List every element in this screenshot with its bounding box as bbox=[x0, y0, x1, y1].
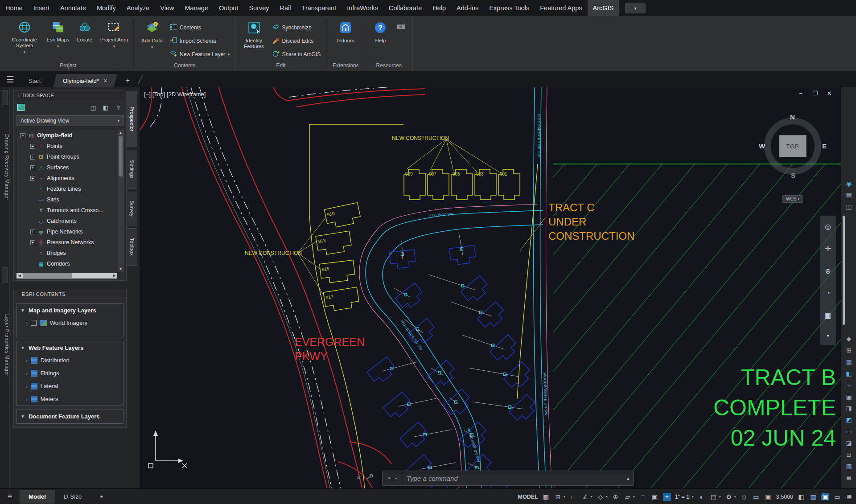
tool-icon[interactable]: ▣ bbox=[841, 393, 856, 400]
minimize-icon[interactable]: − bbox=[797, 90, 804, 97]
viewcube-north[interactable]: N bbox=[790, 113, 795, 121]
tree-item-alignments[interactable]: + ~ Alignments bbox=[17, 173, 117, 184]
scrollbar-thumb[interactable] bbox=[23, 273, 72, 278]
file-tabs-menu-icon[interactable]: ☰ bbox=[0, 71, 21, 87]
annotation-visibility-icon[interactable]: ◐ bbox=[698, 493, 706, 500]
tree-item-catchments[interactable]: ◡ Catchments bbox=[17, 216, 117, 226]
palette-layer-properties-manager[interactable]: Layer Properties Manager bbox=[0, 285, 10, 406]
pan-icon[interactable]: ✛ bbox=[825, 245, 831, 253]
scrollbar-thumb[interactable] bbox=[119, 136, 123, 176]
toolspace-tab-survey[interactable]: Survey bbox=[127, 192, 137, 225]
isodraft-icon[interactable]: ◇ bbox=[597, 493, 605, 500]
customize-wrench-icon[interactable] bbox=[366, 473, 373, 482]
navbar-more-icon[interactable]: ▾ bbox=[827, 333, 829, 338]
close-command-icon[interactable]: ✕ bbox=[357, 475, 361, 481]
new-layout-button[interactable]: + bbox=[91, 490, 112, 504]
expand-icon[interactable]: + bbox=[30, 229, 35, 234]
dynamic-input-icon[interactable]: ＋ bbox=[663, 493, 671, 501]
toolspace-tab-toolbox[interactable]: Toolbox bbox=[127, 228, 137, 266]
tool-icon[interactable]: ◆ bbox=[841, 335, 856, 342]
annotation-scale[interactable]: 1" = 1' bbox=[675, 494, 691, 500]
lineweight-icon[interactable]: ≡ bbox=[639, 493, 647, 500]
tab-infraworks[interactable]: InfraWorks bbox=[342, 0, 383, 16]
help-button[interactable]: ? Help bbox=[369, 19, 392, 44]
orbit-icon[interactable]: ◔ bbox=[826, 289, 830, 297]
chevron-right-icon[interactable]: › bbox=[26, 371, 28, 376]
active-drawing-view-dropdown[interactable]: Active Drawing View▾ bbox=[16, 115, 123, 126]
close-tab-icon[interactable]: ✕ bbox=[103, 78, 107, 84]
map-imagery-header[interactable]: ▼ Map and Imagery Layers bbox=[17, 304, 123, 316]
scroll-left-icon[interactable]: ◀ bbox=[16, 273, 22, 279]
tab-annotate[interactable]: Annotate bbox=[55, 0, 91, 16]
expand-icon[interactable]: + bbox=[30, 155, 35, 160]
layer-row-distribution[interactable]: › Distribution bbox=[17, 354, 123, 367]
share-to-arcgis-button[interactable]: Share to ArcGIS bbox=[271, 49, 323, 59]
tool-icon[interactable]: ≣ bbox=[841, 474, 856, 481]
layers-panel-icon[interactable]: ▤ bbox=[841, 192, 856, 199]
tool-icon[interactable]: ◩ bbox=[841, 416, 856, 423]
quick-properties-icon[interactable]: ▭ bbox=[752, 493, 760, 500]
scroll-down-icon[interactable]: ▼ bbox=[118, 266, 123, 272]
scroll-right-icon[interactable]: ▶ bbox=[111, 273, 117, 279]
document-feature-header[interactable]: ▼ Document Feature Layers bbox=[17, 410, 123, 422]
coordinate-system-button[interactable]: Coordinate System ▾ bbox=[6, 19, 43, 54]
ortho-toggle-icon[interactable]: ∟ bbox=[569, 493, 577, 500]
tree-horizontal-scrollbar[interactable]: ◀ ▶ bbox=[16, 273, 117, 279]
tab-modify[interactable]: Modify bbox=[91, 0, 121, 16]
tool-icon[interactable]: ◨ bbox=[841, 405, 856, 412]
viewport-view-control[interactable]: [Top] bbox=[152, 91, 165, 98]
tab-home[interactable]: Home bbox=[0, 0, 28, 16]
wcs-selector[interactable]: WCS▾ bbox=[782, 195, 803, 203]
layout-menu-icon[interactable]: ≡ bbox=[0, 492, 20, 501]
customization-menu-icon[interactable]: ≣ bbox=[845, 493, 853, 500]
layer-row-meters[interactable]: › Meters bbox=[17, 393, 123, 406]
tab-survey[interactable]: Survey bbox=[243, 0, 274, 16]
autoscale-icon[interactable]: ▤ bbox=[710, 493, 718, 500]
esri-contents-title[interactable]: ⁞⁞ESRI CONTENTS bbox=[14, 289, 126, 299]
tree-item-point-groups[interactable]: + ⊞ Point Groups bbox=[17, 152, 117, 162]
viewport-minimize-control[interactable]: [−] bbox=[144, 91, 151, 98]
add-data-button[interactable]: Add Data ▾ bbox=[138, 19, 166, 49]
palette-grip[interactable] bbox=[2, 90, 8, 105]
chevron-right-icon[interactable]: › bbox=[26, 320, 28, 326]
tab-view[interactable]: View bbox=[155, 0, 179, 16]
restore-icon[interactable]: ❐ bbox=[811, 90, 819, 97]
tab-insert[interactable]: Insert bbox=[28, 0, 55, 16]
chevron-right-icon[interactable]: › bbox=[26, 397, 28, 402]
layer-row-fittings[interactable]: › Fittings bbox=[17, 367, 123, 380]
tool-icon[interactable]: ≡ bbox=[841, 381, 856, 389]
viewcube-west[interactable]: W bbox=[759, 142, 765, 150]
cad-canvas[interactable]: 909 907 905 903 901 910 913 915 917 bbox=[140, 87, 841, 488]
object-snap-icon[interactable]: ▱ bbox=[624, 493, 632, 500]
collapse-icon[interactable]: − bbox=[21, 133, 25, 138]
synchronize-button[interactable]: Synchronize bbox=[271, 22, 323, 33]
layer-row-lateral[interactable]: › Lateral bbox=[17, 380, 123, 393]
world-imagery-checkbox[interactable] bbox=[31, 320, 37, 326]
viewcube-east[interactable]: E bbox=[822, 142, 827, 150]
tree-root-olympia-field[interactable]: − ▤ Olympia-field bbox=[17, 130, 117, 141]
command-input[interactable]: Type a command bbox=[402, 475, 623, 482]
esri-maps-button[interactable]: Esri Maps ▾ bbox=[45, 19, 71, 49]
geolocation-icon[interactable]: ◉ bbox=[841, 180, 856, 187]
viewcube-south[interactable]: S bbox=[791, 172, 795, 179]
tool-icon[interactable]: ◪ bbox=[841, 439, 856, 447]
tree-vertical-scrollbar[interactable]: ▲ ▼ bbox=[118, 130, 123, 272]
tree-item-bridges[interactable]: ∩ Bridges bbox=[17, 248, 117, 258]
isolate-objects-icon[interactable]: ◧ bbox=[797, 493, 805, 500]
ribbon-collapse-button[interactable]: ▾ bbox=[625, 3, 646, 13]
section-level-icon[interactable]: ▣ bbox=[764, 493, 772, 500]
tab-rail[interactable]: Rail bbox=[275, 0, 296, 16]
object-snap-tracking-icon[interactable]: ⊕ bbox=[612, 493, 620, 500]
tab-output[interactable]: Output bbox=[214, 0, 244, 16]
graphics-performance-icon[interactable]: ▥ bbox=[809, 493, 817, 500]
clean-screen-icon[interactable]: ▭ bbox=[833, 493, 841, 500]
zoom-icon[interactable]: ⊕ bbox=[825, 267, 831, 275]
web-feature-header[interactable]: ▼ Web Feature Layers bbox=[17, 341, 123, 354]
model-space-indicator[interactable]: MODEL bbox=[518, 494, 538, 500]
full-navigation-wheel-icon[interactable]: ◎ bbox=[825, 222, 831, 231]
elevation-value[interactable]: 3.5000 bbox=[776, 494, 793, 500]
drawing-viewport[interactable]: 909 907 905 903 901 910 913 915 917 bbox=[140, 87, 841, 488]
tool-icon[interactable]: ▭ bbox=[841, 428, 856, 435]
grid-toggle-icon[interactable]: ▦ bbox=[542, 493, 550, 500]
layout-tab-dsize[interactable]: D-Size bbox=[55, 490, 91, 504]
